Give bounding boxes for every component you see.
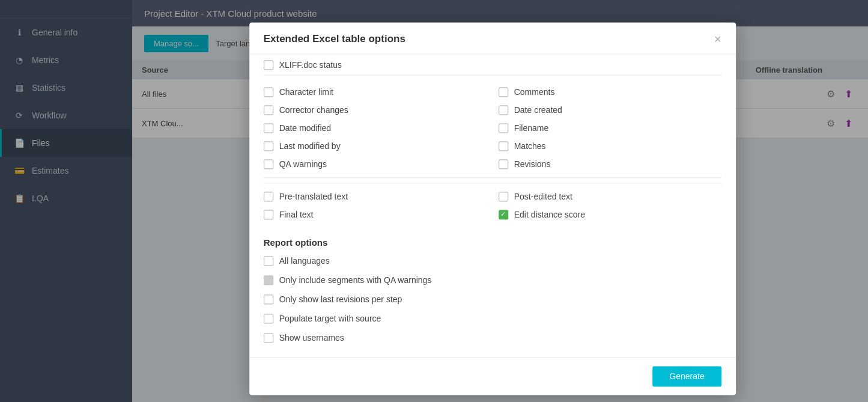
checkbox-item-date-created: Date created: [499, 103, 721, 117]
cb-filename[interactable]: [499, 123, 508, 133]
cb-date-modified[interactable]: [264, 123, 273, 133]
cb-revisions[interactable]: [499, 159, 508, 169]
checkbox-item-pre-translated: Pre-translated text: [264, 189, 487, 204]
cb-last-modified-by[interactable]: [264, 141, 273, 151]
cb-pre-translated-text[interactable]: [264, 192, 273, 201]
checkbox-item-corrector-changes: Corrector changes: [264, 103, 487, 117]
cb-edit-distance-score[interactable]: ✓: [499, 210, 508, 219]
xliff-doc-status-label: XLIFF.doc status: [279, 60, 342, 70]
cb-label-qa-warnings: QA warnings: [279, 159, 327, 169]
report-option-qa-warnings-only: Only include segments with QA warnings: [264, 273, 721, 287]
report-options-title: Report options: [264, 228, 721, 254]
cb-show-usernames[interactable]: [264, 333, 273, 343]
cb-label-post-edited-text: Post-edited text: [514, 192, 572, 201]
cb-label-all-languages: All languages: [279, 256, 330, 266]
checkbox-item-date-modified: Date modified: [264, 121, 487, 135]
checkbox-item-post-edited: Post-edited text: [499, 189, 721, 204]
cb-label-corrector-changes: Corrector changes: [279, 105, 348, 115]
cb-all-languages[interactable]: [264, 256, 273, 266]
checkbox-item-edit-distance-score: ✓ Edit distance score: [499, 207, 721, 222]
cb-populate-target[interactable]: [264, 314, 273, 323]
checkbox-item-revisions: Revisions: [499, 157, 721, 171]
modal-extended-excel: Extended Excel table options × XLIFF.doc…: [249, 22, 736, 395]
cb-final-text[interactable]: [264, 210, 273, 219]
cb-character-limit[interactable]: [264, 87, 273, 97]
cb-post-edited-text[interactable]: [499, 192, 508, 201]
report-options-list: All languages Only include segments with…: [264, 254, 721, 345]
cb-corrector-changes[interactable]: [264, 105, 273, 115]
cb-qa-warnings-only[interactable]: [264, 275, 273, 285]
checkbox-item-character-limit: Character limit: [264, 85, 487, 99]
cb-label-matches: Matches: [514, 141, 546, 151]
cb-label-filename: Filename: [514, 123, 549, 133]
modal-title: Extended Excel table options: [264, 33, 405, 45]
cb-date-created[interactable]: [499, 105, 508, 115]
cb-label-pre-translated-text: Pre-translated text: [279, 192, 348, 201]
cb-label-last-modified-by: Last modified by: [279, 141, 341, 151]
cb-label-comments: Comments: [514, 87, 555, 97]
generate-button[interactable]: Generate: [652, 366, 721, 386]
cb-matches[interactable]: [499, 141, 508, 151]
cb-label-edit-distance-score: Edit distance score: [514, 210, 585, 219]
report-option-last-revisions: Only show last revisions per step: [264, 292, 721, 306]
checkbox-section-1: Character limit Comments Corrector chang…: [264, 79, 721, 178]
cb-label-show-usernames: Show usernames: [279, 333, 344, 343]
cb-label-populate-target: Populate target with source: [279, 314, 381, 323]
cb-label-date-created: Date created: [514, 105, 562, 115]
cb-label-last-revisions: Only show last revisions per step: [279, 294, 402, 304]
cb-label-character-limit: Character limit: [279, 87, 333, 97]
cb-label-qa-warnings-only: Only include segments with QA warnings: [279, 275, 432, 285]
checkbox-item-comments: Comments: [499, 85, 721, 99]
checkbox-section-2: Pre-translated text Post-edited text Fin…: [264, 183, 721, 228]
checkbox-xliff-doc-status[interactable]: [264, 60, 273, 70]
cb-comments[interactable]: [499, 87, 508, 97]
checkbox-item-last-modified-by: Last modified by: [264, 139, 487, 153]
checkbox-item-qa-warnings: QA warnings: [264, 157, 487, 171]
modal-header: Extended Excel table options ×: [249, 22, 736, 54]
modal-close-button[interactable]: ×: [714, 33, 721, 45]
cb-label-final-text: Final text: [279, 210, 314, 219]
checkbox-item-filename: Filename: [499, 121, 721, 135]
cb-label-date-modified: Date modified: [279, 123, 331, 133]
report-option-show-usernames: Show usernames: [264, 330, 721, 345]
report-option-all-languages: All languages: [264, 254, 721, 268]
modal-footer: Generate: [249, 357, 736, 395]
checkbox-item-matches: Matches: [499, 139, 721, 153]
checkbox-item-final-text: Final text: [264, 207, 487, 222]
cb-label-revisions: Revisions: [514, 159, 551, 169]
cb-last-revisions[interactable]: [264, 294, 273, 304]
cb-qa-warnings[interactable]: [264, 159, 273, 169]
modal-body: XLIFF.doc status Character limit Comment…: [249, 54, 736, 357]
report-option-populate-target: Populate target with source: [264, 311, 721, 326]
